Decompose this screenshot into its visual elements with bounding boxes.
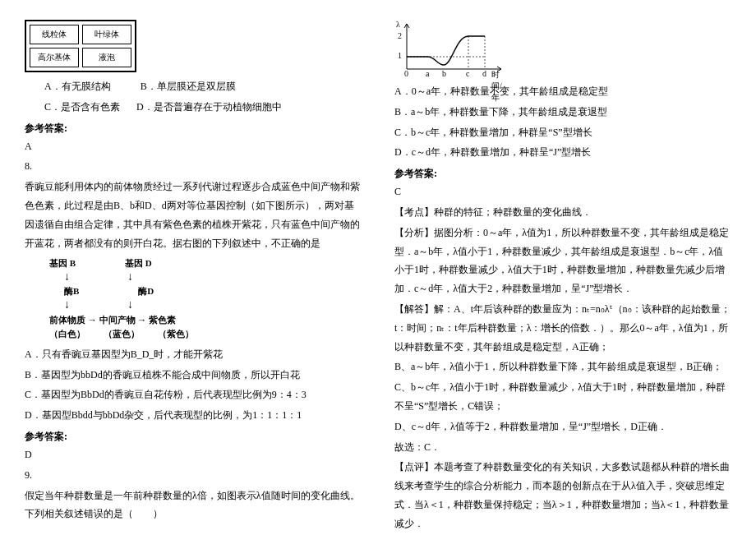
cell-label: 线粒体 xyxy=(30,25,79,44)
x-tick: d xyxy=(482,69,486,78)
cell-label: 叶绿体 xyxy=(82,25,131,44)
q9-option: A．0～a年，种群数量不变，其年龄组成是稳定型 xyxy=(394,82,731,101)
q8-stem: 香豌豆能利用体内的前体物质经过一系列代谢过程逐步合成蓝色中间产物和紫色色素，此过… xyxy=(25,178,362,252)
q7-answer: A xyxy=(25,137,362,156)
q8-number: 8. xyxy=(25,157,362,176)
solution-item: B、a～b年，λ值小于1，所以种群数量下降，其年龄组成是衰退型，B正确； xyxy=(394,357,731,376)
arrow-down-icon: ↓ xyxy=(127,270,133,284)
reference-answer-label: 参考答案: xyxy=(25,430,362,444)
gene-arrow-row: ↓ ↓ xyxy=(49,297,362,312)
q8-option: A．只有香豌豆基因型为B_D_时，才能开紫花 xyxy=(25,345,362,364)
gene-d-label: 基因 D xyxy=(125,257,152,270)
diagram-row: 线粒体 叶绿体 xyxy=(30,25,131,44)
q9-option: D．c～d年，种群数量增加，种群呈“J”型增长 xyxy=(394,143,731,162)
q9-option: C．b～c年，种群数量增加，种群呈“S”型增长 xyxy=(394,123,731,142)
pathway-colors: （白色） （蓝色） （紫色） xyxy=(49,328,362,340)
enzyme-d-label: 酶D xyxy=(138,285,154,297)
lambda-curve-chart: λ 1 2 0 a b c d 时间/年 xyxy=(394,20,509,77)
gene-b-label: 基因 B xyxy=(49,257,76,270)
q7-option: A．有无膜结构 B．单层膜还是双层膜 xyxy=(25,77,362,96)
option-text: A．有无膜结构 xyxy=(44,81,111,92)
exam-point: 【考点】种群的特征；种群数量的变化曲线． xyxy=(394,203,731,222)
y-axis-label: λ xyxy=(396,20,400,29)
arrow-down-icon: ↓ xyxy=(64,270,70,284)
analysis: 【分析】据图分析：0～a年，λ值为1，所以种群数量不变，其年龄组成是稳定型．a～… xyxy=(394,224,731,298)
q8-answer: D xyxy=(25,445,362,464)
gene-arrow-row: ↓ ↓ xyxy=(49,270,362,284)
q8-option: D．基因型Bbdd与bbDd杂交，后代表现型的比例，为1：1：1：1 xyxy=(25,406,362,425)
page: 线粒体 叶绿体 高尔基体 液泡 A．有无膜结构 B．单层膜还是双层膜 C．是否含… xyxy=(25,16,731,535)
x-tick: c xyxy=(466,69,469,78)
enzyme-row: 酶B 酶D xyxy=(49,285,362,297)
final-choice: 故选：C． xyxy=(394,438,731,457)
x-tick: 0 xyxy=(404,69,408,78)
q7-option: C．是否含有色素 D．是否普遍存在于动植物细胞中 xyxy=(25,98,362,117)
cell-label: 液泡 xyxy=(82,48,131,67)
x-tick: a xyxy=(426,69,429,78)
arrow-down-icon: ↓ xyxy=(64,297,70,312)
solution-item: C、b～c年，λ值小于1时，种群数量减少，λ值大于1时，种群数量增加，种群不呈“… xyxy=(394,378,731,416)
cell-label: 高尔基体 xyxy=(30,48,79,67)
q9-stem: 假定当年种群数量是一年前种群数量的λ倍，如图表示λ值随时间的变化曲线。下列相关叙… xyxy=(25,487,362,524)
comment: 【点评】本题考查了种群数量变化的有关知识，大多数试题都从种群的增长曲线来考查学生… xyxy=(394,458,731,533)
pathway-line: 前体物质 → 中间产物 → 紫色素 xyxy=(49,314,362,326)
option-text: B．单层膜还是双层膜 xyxy=(141,81,236,92)
gene-header-row: 基因 B 基因 D xyxy=(49,257,362,270)
x-tick: b xyxy=(442,69,446,78)
left-column: 线粒体 叶绿体 高尔基体 液泡 A．有无膜结构 B．单层膜还是双层膜 C．是否含… xyxy=(25,16,362,535)
right-column: λ 1 2 0 a b c d 时间/年 A．0～a年，种群数量不变，其年龄组成… xyxy=(394,16,731,535)
solution-item: D、c～d年，λ值等于2，种群数量增加，呈“J”型增长，D正确． xyxy=(394,417,731,436)
option-text: C．是否含有色素 xyxy=(44,101,120,113)
q9-answer: C xyxy=(394,182,731,201)
q9-number: 9. xyxy=(25,466,362,485)
solution: 【解答】解：A、t年后该种群的数量应为：nₜ=n₀λᵗ（n₀：该种群的起始数量；… xyxy=(394,300,731,356)
x-axis-label: 时间/年 xyxy=(491,69,509,104)
reference-answer-label: 参考答案: xyxy=(25,122,362,136)
q9-option: B．a～b年，种群数量下降，其年龄组成是衰退型 xyxy=(394,103,731,122)
enzyme-b-label: 酶B xyxy=(64,285,79,297)
organelle-diagram: 线粒体 叶绿体 高尔基体 液泡 xyxy=(25,20,136,72)
arrow-down-icon: ↓ xyxy=(127,297,133,312)
gene-diagram: 基因 B 基因 D ↓ ↓ 酶B 酶D ↓ ↓ 前体物质 → 中间产物 → 紫色… xyxy=(49,257,362,339)
q8-option: B．基因型为bbDd的香豌豆植株不能合成中间物质，所以开白花 xyxy=(25,366,362,385)
diagram-row: 高尔基体 液泡 xyxy=(30,48,131,67)
reference-answer-label: 参考答案: xyxy=(394,167,731,181)
option-text: D．是否普遍存在于动植物细胞中 xyxy=(136,101,282,113)
q8-option: C．基因型为BbDd的香豌豆自花传粉，后代表现型比例为9：4：3 xyxy=(25,385,362,404)
